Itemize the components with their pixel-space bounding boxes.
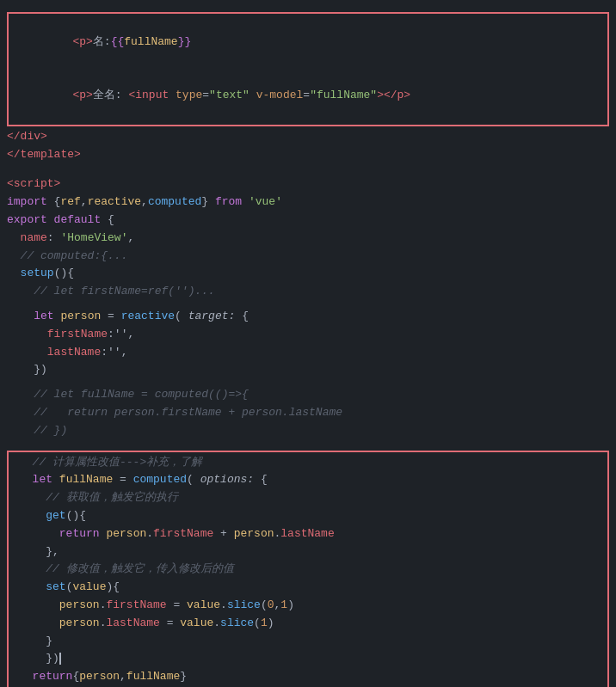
- code-line: return person.firstName + person.lastNam…: [12, 525, 604, 543]
- code-line: <p>名:{{fullName}}: [12, 15, 604, 69]
- code-line: </template>: [0, 146, 616, 164]
- code-line: <script>: [0, 175, 616, 193]
- code-line: // let fullName = computed(()=>{: [0, 386, 616, 404]
- code-line: }): [0, 361, 616, 379]
- code-line: let person = reactive( target: {: [0, 308, 616, 326]
- code-line: <p>全名: <input type="text" v-model="fullN…: [12, 69, 604, 122]
- code-line: name: 'HomeView',: [0, 230, 616, 248]
- code-line: // 获取值，触发它的执行: [12, 489, 604, 507]
- bottom-highlight-block: // 计算属性改值--->补充，了解 let fullName = comput…: [7, 451, 609, 687]
- code-line: }): [12, 650, 604, 668]
- code-line: export default {: [0, 212, 616, 230]
- code-line: set(value){: [12, 579, 604, 597]
- code-line: }: [12, 633, 604, 651]
- code-line: // 计算属性改值--->补充，了解: [12, 454, 604, 472]
- code-line: person.firstName = value.slice(0,1): [12, 597, 604, 615]
- code-editor: <p>名:{{fullName}} <p>全名: <input type="te…: [0, 0, 616, 687]
- code-line: person.lastName = value.slice(1): [12, 615, 604, 633]
- code-line: // return person.firstName + person.last…: [0, 404, 616, 422]
- code-line: // }): [0, 422, 616, 440]
- code-line: firstName:'',: [0, 326, 616, 344]
- code-line: get(){: [12, 507, 604, 525]
- code-line: return{person,fullName}: [12, 668, 604, 686]
- code-line: // computed:{...: [0, 248, 616, 266]
- code-line: // 修改值，触发它，传入修改后的值: [12, 561, 604, 579]
- code-line: import {ref,reactive,computed} from 'vue…: [0, 193, 616, 212]
- code-line: </div>: [0, 128, 616, 146]
- top-highlight-block: <p>名:{{fullName}} <p>全名: <input type="te…: [7, 12, 609, 126]
- code-line: },: [12, 543, 604, 561]
- code-line: let fullName = computed( options: {: [12, 471, 604, 489]
- code-line: lastName:'',: [0, 344, 616, 362]
- code-line: // let firstName=ref('')...: [0, 283, 616, 301]
- code-line: setup(){: [0, 265, 616, 283]
